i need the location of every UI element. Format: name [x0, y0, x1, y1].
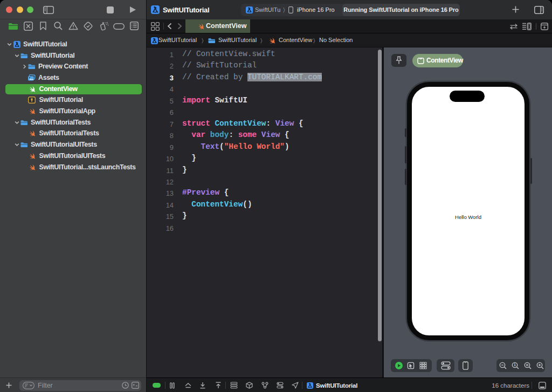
svg-text:1: 1: [514, 363, 516, 367]
